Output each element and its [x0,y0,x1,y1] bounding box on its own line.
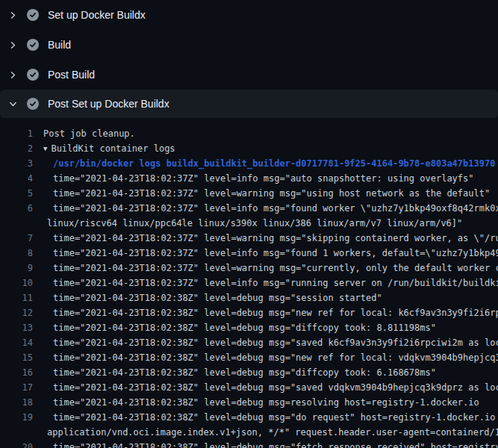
log-row: 14time="2021-04-23T18:02:38Z" level=debu… [0,335,498,350]
line-number[interactable]: 15 [0,350,33,365]
log-row: 9time="2021-04-23T18:02:37Z" level=warni… [0,261,498,276]
log-text: time="2021-04-23T18:02:37Z" level=info m… [43,201,498,216]
log-row: 7time="2021-04-23T18:02:37Z" level=warni… [0,231,498,246]
log-row: 3/usr/bin/docker logs buildx_buildkit_bu… [0,156,498,171]
log-row: 20time="2021-04-23T18:02:38Z" level=debu… [0,440,498,448]
line-number[interactable]: 8 [0,246,33,261]
log-text: time="2021-04-23T18:02:37Z" level=info m… [43,246,498,261]
line-number[interactable]: 20 [0,440,33,448]
log-text: Post job cleanup. [43,126,135,141]
line-number[interactable]: 2 [0,141,33,156]
log-text: time="2021-04-23T18:02:37Z" level=warnin… [43,231,498,246]
log-text: time="2021-04-23T18:02:37Z" level=warnin… [43,261,498,276]
log-text: time="2021-04-23T18:02:38Z" level=debug … [43,305,498,320]
log-text: time="2021-04-23T18:02:38Z" level=debug … [43,410,498,425]
line-number[interactable]: 16 [0,365,33,380]
log-text: time="2021-04-23T18:02:38Z" level=debug … [43,440,498,448]
log-row: 5time="2021-04-23T18:02:37Z" level=warni… [0,186,498,201]
group-title[interactable]: BuildKit container logs [51,143,175,154]
log-row: 1Post job cleanup. [0,126,498,141]
log-text: time="2021-04-23T18:02:38Z" level=debug … [43,320,436,335]
step-name: Build [48,40,71,50]
log-scroll-area[interactable]: 1Post job cleanup.2▼BuildKit container l… [0,118,498,448]
log-row: 15time="2021-04-23T18:02:38Z" level=debu… [0,350,498,365]
command-text: /usr/bin/docker logs buildx_buildkit_bui… [43,156,495,171]
line-number[interactable]: 1 [0,126,33,141]
log-text: time="2021-04-23T18:02:37Z" level=info m… [43,171,474,186]
chevron-right-icon[interactable] [7,10,18,20]
log-text: application/vnd.oci.image.index.v1+json,… [43,425,498,440]
step-row-post-set-up-docker-buildx[interactable]: Post Set up Docker Buildx [0,90,498,118]
log-row: 17time="2021-04-23T18:02:38Z" level=debu… [0,380,498,395]
log-text: ▼BuildKit container logs [43,141,175,156]
log-row: linux/riscv64 linux/ppc64le linux/s390x … [0,216,498,231]
check-circle-icon [27,69,39,81]
line-number[interactable]: 19 [0,410,33,425]
log-row: 8time="2021-04-23T18:02:37Z" level=info … [0,246,498,261]
line-number[interactable]: 10 [0,276,33,290]
line-number[interactable]: 7 [0,231,33,246]
line-number[interactable]: 11 [0,290,33,305]
log-text: time="2021-04-23T18:02:38Z" level=debug … [43,350,498,365]
line-number[interactable]: 9 [0,261,33,276]
line-number [0,425,33,440]
log-text: time="2021-04-23T18:02:38Z" level=debug … [43,365,436,380]
log-text: time="2021-04-23T18:02:38Z" level=debug … [43,380,498,395]
log-row: 13time="2021-04-23T18:02:38Z" level=debu… [0,320,498,335]
step-name: Post Build [48,69,95,80]
log-text: time="2021-04-23T18:02:38Z" level=debug … [43,290,382,305]
step-row-set-up-docker-buildx[interactable]: Set up Docker Buildx [0,0,498,30]
log-row: 2▼BuildKit container logs [0,141,498,156]
log-row: 12time="2021-04-23T18:02:38Z" level=debu… [0,305,498,320]
line-number[interactable]: 3 [0,156,33,171]
line-number[interactable]: 4 [0,171,33,186]
log-text: time="2021-04-23T18:02:38Z" level=debug … [43,335,498,350]
chevron-right-icon[interactable] [7,69,18,80]
step-row-post-build[interactable]: Post Build [0,60,498,90]
line-number[interactable]: 17 [0,380,33,395]
line-number[interactable]: 18 [0,395,33,410]
log-row: 18time="2021-04-23T18:02:38Z" level=debu… [0,395,498,410]
line-number[interactable]: 6 [0,201,33,216]
log-text: linux/riscv64 linux/ppc64le linux/s390x … [43,216,462,231]
steps-list: Set up Docker BuildxBuildPost BuildPost … [0,0,498,118]
group-collapse-icon[interactable]: ▼ [43,141,47,156]
log-row: 19time="2021-04-23T18:02:38Z" level=debu… [0,410,498,425]
log-row: 11time="2021-04-23T18:02:38Z" level=debu… [0,290,498,305]
step-name: Post Set up Docker Buildx [48,99,169,109]
log-row: 10time="2021-04-23T18:02:37Z" level=info… [0,276,498,290]
line-number [0,216,33,231]
line-number[interactable]: 14 [0,335,33,350]
log-row: application/vnd.oci.image.index.v1+json,… [0,425,498,440]
check-circle-icon [27,9,39,21]
step-row-build[interactable]: Build [0,30,498,60]
log-row: 6time="2021-04-23T18:02:37Z" level=info … [0,201,498,216]
log-text: time="2021-04-23T18:02:37Z" level=info m… [43,276,498,290]
chevron-down-icon[interactable] [7,99,18,109]
log-text: time="2021-04-23T18:02:38Z" level=debug … [43,395,479,410]
line-number[interactable]: 13 [0,320,33,335]
line-number[interactable]: 12 [0,305,33,320]
step-name: Set up Docker Buildx [48,10,146,20]
chevron-right-icon[interactable] [7,40,18,50]
line-number[interactable]: 5 [0,186,33,201]
check-circle-icon [27,39,39,51]
log-row: 4time="2021-04-23T18:02:37Z" level=info … [0,171,498,186]
log-row: 16time="2021-04-23T18:02:38Z" level=debu… [0,365,498,380]
check-circle-icon [27,98,39,110]
log-text: time="2021-04-23T18:02:37Z" level=warnin… [43,186,490,201]
